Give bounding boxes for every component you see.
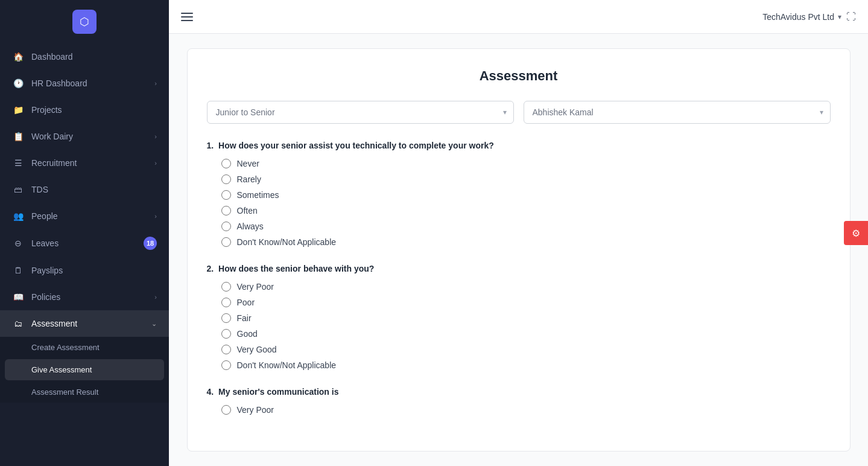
sidebar-item-label: Payslips bbox=[31, 266, 63, 275]
sidebar-item-label: HR Dashboard bbox=[31, 78, 87, 88]
expand-icon[interactable]: ⛶ bbox=[846, 11, 856, 22]
sidebar-item-projects[interactable]: 📁 Projects bbox=[0, 97, 169, 123]
question-4-text: 4. My senior's communication is bbox=[207, 387, 831, 397]
company-selector[interactable]: TechAvidus Pvt Ltd ▾ bbox=[762, 12, 841, 22]
dashboard-icon: 🏠 bbox=[12, 51, 24, 63]
sidebar-item-policies[interactable]: 📖 Policies › bbox=[0, 284, 169, 310]
sidebar-item-recruitment[interactable]: ☰ Recruitment › bbox=[0, 150, 169, 176]
radio-often[interactable] bbox=[221, 206, 231, 215]
radio-dont-know[interactable] bbox=[221, 237, 231, 247]
question-1-options: Never Rarely Sometimes Often bbox=[207, 159, 831, 247]
option-label: Very Poor bbox=[237, 282, 274, 292]
question-4: 4. My senior's communication is Very Poo… bbox=[207, 387, 831, 415]
employee-filter: Abhishek Kamal ▾ bbox=[524, 101, 831, 124]
question-2-text: 2. How does the senior behave with you? bbox=[207, 264, 831, 273]
question-label: How does your senior assist you technica… bbox=[218, 141, 494, 150]
option-never[interactable]: Never bbox=[221, 159, 831, 168]
tds-icon: 🗃 bbox=[12, 184, 24, 196]
option-label: Don't Know/Not Applicable bbox=[237, 360, 337, 370]
chevron-down-icon: ⌄ bbox=[151, 320, 157, 328]
assessment-type-select[interactable]: Junior to Senior bbox=[207, 101, 514, 124]
radio-sometimes[interactable] bbox=[221, 190, 231, 200]
radio-never[interactable] bbox=[221, 159, 231, 168]
sidebar-item-label: People bbox=[31, 211, 58, 221]
chevron-right-icon: › bbox=[154, 133, 157, 140]
sidebar-item-assessment[interactable]: 🗂 Assessment ⌄ bbox=[0, 310, 169, 337]
topbar-right: TechAvidus Pvt Ltd ▾ ⛶ bbox=[762, 11, 856, 22]
people-icon: 👥 bbox=[12, 210, 24, 222]
option-very-poor-q4[interactable]: Very Poor bbox=[221, 405, 831, 415]
sidebar-item-hr-dashboard[interactable]: 🕐 HR Dashboard › bbox=[0, 70, 169, 97]
sidebar-navigation: 🏠 Dashboard 🕐 HR Dashboard › 📁 Projects … bbox=[0, 39, 169, 466]
sidebar-item-people[interactable]: 👥 People › bbox=[0, 203, 169, 229]
option-dont-know-q1[interactable]: Don't Know/Not Applicable bbox=[221, 237, 831, 247]
question-1: 1. How does your senior assist you techn… bbox=[207, 141, 831, 247]
sidebar-item-label: Leaves bbox=[31, 238, 59, 248]
option-fair[interactable]: Fair bbox=[221, 313, 831, 323]
hamburger-line bbox=[181, 20, 193, 21]
option-label: Rarely bbox=[237, 174, 261, 184]
question-number: 4. bbox=[207, 387, 214, 397]
question-4-options: Very Poor bbox=[207, 405, 831, 415]
sidebar-item-give-assessment[interactable]: Give Assessment bbox=[5, 359, 164, 380]
topbar: TechAvidus Pvt Ltd ▾ ⛶ bbox=[169, 0, 868, 34]
sidebar-logo: ⬡ bbox=[72, 10, 97, 34]
option-label: Don't Know/Not Applicable bbox=[237, 237, 337, 247]
chevron-right-icon: › bbox=[154, 212, 157, 220]
option-sometimes[interactable]: Sometimes bbox=[221, 190, 831, 200]
sidebar-item-label: Policies bbox=[31, 292, 60, 302]
question-number: 2. bbox=[207, 264, 214, 273]
radio-poor[interactable] bbox=[221, 298, 231, 307]
radio-rarely[interactable] bbox=[221, 174, 231, 184]
question-number: 1. bbox=[207, 141, 214, 150]
option-label: Very Good bbox=[237, 345, 277, 354]
recruitment-icon: ☰ bbox=[12, 157, 24, 169]
option-poor[interactable]: Poor bbox=[221, 298, 831, 307]
radio-very-poor[interactable] bbox=[221, 282, 231, 292]
sidebar-item-assessment-result[interactable]: Assessment Result bbox=[0, 381, 169, 403]
company-name: TechAvidus Pvt Ltd bbox=[762, 12, 834, 22]
chevron-right-icon: › bbox=[154, 159, 157, 167]
sidebar-item-label: Projects bbox=[31, 105, 62, 115]
radio-good[interactable] bbox=[221, 329, 231, 339]
leaves-badge: 18 bbox=[144, 237, 157, 250]
assessment-icon: 🗂 bbox=[12, 318, 24, 330]
leaves-icon: ⊖ bbox=[12, 237, 24, 249]
option-label: Good bbox=[237, 329, 258, 339]
settings-fab-button[interactable]: ⚙ bbox=[844, 221, 868, 245]
chevron-down-icon: ▾ bbox=[838, 13, 841, 21]
page-content: Assessment Junior to Senior ▾ Abhishek K… bbox=[169, 34, 868, 466]
option-very-poor[interactable]: Very Poor bbox=[221, 282, 831, 292]
sidebar-item-leaves[interactable]: ⊖ Leaves 18 bbox=[0, 229, 169, 257]
projects-icon: 📁 bbox=[12, 104, 24, 116]
assessment-submenu: Create Assessment Give Assessment Assess… bbox=[0, 337, 169, 403]
question-1-text: 1. How does your senior assist you techn… bbox=[207, 141, 831, 150]
option-label: Never bbox=[237, 159, 259, 168]
assessment-type-filter: Junior to Senior ▾ bbox=[207, 101, 514, 124]
radio-dont-know[interactable] bbox=[221, 360, 231, 370]
option-label: Sometimes bbox=[237, 190, 279, 200]
question-label: How does the senior behave with you? bbox=[218, 264, 374, 273]
employee-select[interactable]: Abhishek Kamal bbox=[524, 101, 831, 124]
radio-very-good[interactable] bbox=[221, 345, 231, 354]
hamburger-button[interactable] bbox=[181, 13, 193, 21]
option-often[interactable]: Often bbox=[221, 206, 831, 215]
sidebar-item-label: Assessment bbox=[31, 319, 77, 328]
radio-fair[interactable] bbox=[221, 313, 231, 323]
topbar-left bbox=[181, 13, 193, 21]
option-rarely[interactable]: Rarely bbox=[221, 174, 831, 184]
radio-always[interactable] bbox=[221, 222, 231, 231]
option-very-good[interactable]: Very Good bbox=[221, 345, 831, 354]
sidebar-item-label: Work Dairy bbox=[31, 132, 73, 141]
sidebar-item-create-assessment[interactable]: Create Assessment bbox=[0, 337, 169, 358]
option-label: Poor bbox=[237, 298, 255, 307]
sidebar-item-payslips[interactable]: 🗒 Payslips bbox=[0, 257, 169, 284]
sidebar-item-work-dairy[interactable]: 📋 Work Dairy › bbox=[0, 123, 169, 150]
option-always[interactable]: Always bbox=[221, 222, 831, 231]
option-dont-know-q2[interactable]: Don't Know/Not Applicable bbox=[221, 360, 831, 370]
sidebar: ⬡ 🏠 Dashboard 🕐 HR Dashboard › 📁 Project… bbox=[0, 0, 169, 466]
radio-very-poor-q4[interactable] bbox=[221, 405, 231, 415]
sidebar-item-dashboard[interactable]: 🏠 Dashboard bbox=[0, 43, 169, 70]
sidebar-item-tds[interactable]: 🗃 TDS bbox=[0, 176, 169, 203]
option-good[interactable]: Good bbox=[221, 329, 831, 339]
